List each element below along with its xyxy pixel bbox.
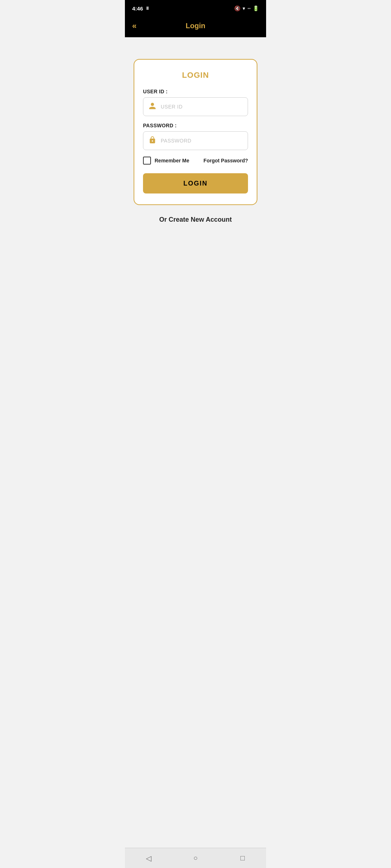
password-input-wrapper — [143, 131, 248, 150]
lock-icon — [148, 136, 156, 146]
remember-me-checkbox[interactable] — [143, 157, 151, 165]
wifi-icon: ▾ — [243, 5, 245, 11]
page-title: Login — [186, 22, 205, 30]
time-display: 4:46 — [132, 5, 143, 12]
password-label: PASSWORD : — [143, 123, 248, 128]
mute-icon: 🔇 — [234, 5, 240, 11]
remember-me-label: Remember Me — [155, 158, 189, 163]
back-button[interactable]: « — [132, 22, 136, 30]
person-icon — [148, 102, 156, 112]
password-input[interactable] — [161, 138, 243, 144]
user-id-label: USER ID : — [143, 89, 248, 94]
login-card: LOGIN USER ID : PASSWORD : — [134, 59, 257, 205]
login-card-title: LOGIN — [143, 71, 248, 80]
create-account-section: Or Create New Account — [134, 216, 257, 224]
status-time: 4:46 ⏸ — [132, 5, 150, 12]
app-header: « Login — [125, 16, 266, 37]
main-content: LOGIN USER ID : PASSWORD : — [125, 37, 266, 283]
battery-icon: 🔋 — [253, 5, 259, 11]
status-bar: 4:46 ⏸ 🔇 ▾ ▪▪ 🔋 — [125, 0, 266, 16]
create-account-text[interactable]: Or Create New Account — [159, 216, 232, 223]
user-id-input-wrapper — [143, 97, 248, 116]
login-button[interactable]: LOGIN — [143, 173, 248, 193]
user-id-input[interactable] — [161, 104, 243, 110]
signal-icon: ▪▪ — [247, 6, 251, 11]
remember-forgot-row: Remember Me Forgot Password? — [143, 157, 248, 165]
media-icon: ⏸ — [145, 6, 150, 11]
remember-me-container[interactable]: Remember Me — [143, 157, 189, 165]
forgot-password-link[interactable]: Forgot Password? — [203, 158, 248, 163]
status-icons-group: 🔇 ▾ ▪▪ 🔋 — [234, 5, 259, 11]
